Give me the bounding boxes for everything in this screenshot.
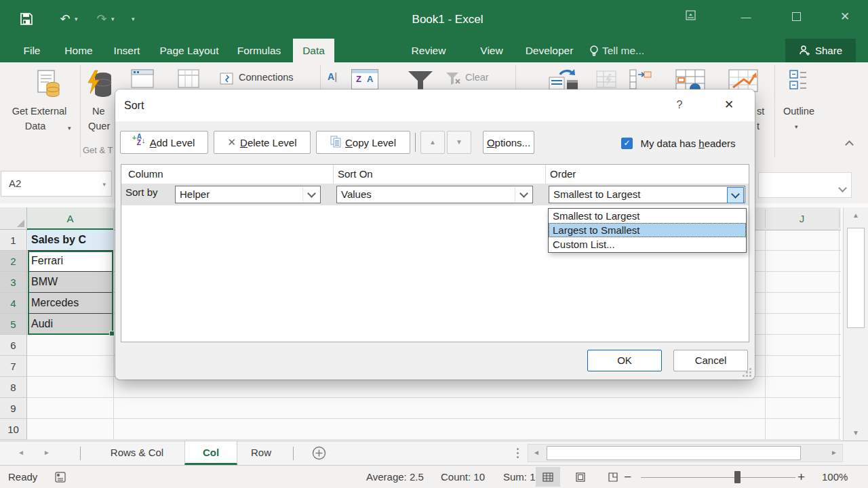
horizontal-scroll-thumb[interactable] [547, 446, 801, 460]
cell-a3[interactable]: BMW [28, 272, 113, 293]
get-external-data-button[interactable]: Get External [0, 106, 79, 117]
order-combobox[interactable]: Smallest to Largest [549, 186, 745, 203]
redo-button[interactable]: ↷ [94, 0, 110, 39]
move-level-up-button[interactable]: ▲ [420, 131, 445, 154]
sort-ascending-icon[interactable]: A| [328, 71, 337, 82]
row-header-7[interactable]: 7 [0, 356, 27, 377]
cell-a4[interactable]: Mercedes [28, 293, 113, 314]
select-all-corner[interactable] [0, 207, 27, 230]
scroll-down-icon[interactable]: ▼ [844, 429, 868, 436]
vertical-scroll-thumb[interactable] [847, 228, 865, 328]
tab-review[interactable]: Review [410, 39, 448, 62]
tab-splitter-handle[interactable] [517, 448, 519, 450]
order-option-largest-to-smallest[interactable]: Largest to Smallest [549, 223, 746, 237]
view-page-layout-button[interactable] [568, 467, 593, 487]
new-sheet-button[interactable] [312, 446, 326, 463]
tab-page-layout[interactable]: Page Layout [158, 39, 220, 62]
collapse-ribbon-icon[interactable] [846, 138, 852, 150]
tab-formulas[interactable]: Formulas [237, 39, 281, 62]
dialog-help-button[interactable]: ? [669, 95, 690, 115]
vertical-scrollbar[interactable]: ▲ ▼ [843, 207, 868, 441]
order-dropdown-icon[interactable] [727, 187, 744, 203]
row-header-8[interactable]: 8 [0, 377, 27, 398]
column-header-j[interactable]: J [765, 207, 839, 230]
hscroll-right-icon[interactable]: ► [829, 449, 839, 456]
name-box-dropdown-icon[interactable]: ▾ [102, 172, 106, 197]
zoom-slider-track[interactable] [641, 477, 795, 478]
cell-a1[interactable]: Sales by C [28, 230, 113, 251]
undo-dropdown-icon[interactable]: ▾ [75, 0, 81, 39]
zoom-percent[interactable]: 100% [822, 466, 848, 488]
connections-icon [219, 70, 235, 89]
column-header-a[interactable]: A [27, 207, 113, 230]
row-header-10[interactable]: 10 [0, 419, 27, 440]
sheet-tab-col[interactable]: Col [184, 441, 237, 465]
scroll-up-icon[interactable]: ▲ [844, 211, 868, 219]
row-header-2[interactable]: 2 [0, 251, 27, 272]
dialog-resize-grip[interactable] [743, 369, 751, 377]
undo-button[interactable]: ↶ [57, 0, 73, 39]
tab-file[interactable]: File [17, 39, 47, 62]
order-option-smallest-to-largest[interactable]: Smallest to Largest [549, 209, 746, 223]
move-level-down-button[interactable]: ▼ [447, 131, 471, 154]
new-query-label-fragment[interactable]: Ne [92, 106, 105, 117]
customize-qat-icon[interactable]: ▾ [132, 0, 141, 39]
view-page-break-button[interactable] [601, 467, 625, 487]
copy-level-button[interactable]: Copy Level [316, 131, 410, 154]
name-box[interactable]: A2 ▾ [1, 171, 112, 197]
dialog-close-button[interactable]: ✕ [719, 95, 739, 115]
row-header-5[interactable]: 5 [0, 314, 27, 335]
status-average[interactable]: Average: 2.5 [366, 466, 424, 488]
sheet-tab-row[interactable]: Row [239, 441, 283, 465]
order-option-custom-list[interactable]: Custom List... [549, 237, 746, 251]
sort-on-combobox[interactable]: Values [336, 186, 533, 203]
connections-button[interactable]: Connections [239, 72, 294, 83]
sort-by-column-dropdown-icon[interactable] [302, 187, 319, 202]
expand-formula-bar-icon[interactable] [840, 182, 846, 194]
delete-level-button[interactable]: ✕ Delete Level [214, 131, 311, 154]
zoom-out-button[interactable]: − [624, 466, 631, 488]
macro-record-icon[interactable] [54, 471, 66, 485]
row-header-6[interactable]: 6 [0, 335, 27, 356]
my-data-has-headers-checkbox[interactable]: ✓ My data has headers [621, 137, 736, 149]
sort-by-column-combobox[interactable]: Helper [175, 186, 321, 203]
row-header-1[interactable]: 1 [0, 230, 27, 251]
row-header-4[interactable]: 4 [0, 293, 27, 314]
sheet-nav-right-icon[interactable]: ► [42, 449, 52, 456]
cancel-button[interactable]: Cancel [673, 350, 748, 371]
tab-insert[interactable]: Insert [112, 39, 142, 62]
sheet-tab-rows-col[interactable]: Rows & Col [94, 441, 180, 465]
page-layout-icon [575, 472, 586, 482]
hscroll-left-icon[interactable]: ◄ [532, 449, 541, 456]
tab-data[interactable]: Data [293, 39, 334, 62]
sort-on-dropdown-icon[interactable] [515, 187, 532, 202]
options-button[interactable]: Options... [483, 131, 534, 154]
horizontal-scrollbar[interactable]: ◄ ► [528, 444, 843, 462]
save-icon[interactable] [19, 12, 34, 29]
row-header-9[interactable]: 9 [0, 398, 27, 419]
sort-by-column-value: Helper [180, 188, 210, 200]
sort-dialog-icon[interactable]: Z A [351, 69, 378, 89]
tab-home[interactable]: Home [62, 39, 95, 62]
cell-a2-active[interactable]: Ferrari [28, 251, 113, 272]
tab-developer[interactable]: Developer [522, 39, 576, 62]
close-button[interactable]: ✕ [835, 3, 854, 30]
dialog-title-bar[interactable] [115, 89, 755, 121]
tab-view[interactable]: View [478, 39, 505, 62]
ribbon-display-options-icon[interactable] [681, 3, 700, 30]
cell-a5[interactable]: Audi [28, 314, 113, 335]
add-level-button[interactable]: + A Z ↓ Add Level [120, 131, 208, 154]
view-normal-button[interactable] [536, 467, 560, 487]
maximize-button[interactable] [787, 3, 806, 30]
status-count[interactable]: Count: 10 [441, 466, 485, 488]
share-button[interactable]: Share [785, 39, 856, 62]
tab-tell-me[interactable]: Tell me... [602, 39, 655, 62]
minimize-button[interactable]: — [736, 3, 755, 30]
row-header-3[interactable]: 3 [0, 272, 27, 293]
ok-button[interactable]: OK [587, 350, 662, 371]
zoom-slider-handle[interactable] [734, 471, 741, 483]
formula-input[interactable] [758, 172, 852, 198]
outline-button[interactable]: Outline [778, 106, 819, 117]
zoom-in-button[interactable]: + [797, 466, 805, 488]
sheet-nav-left-icon[interactable]: ◄ [16, 449, 26, 456]
